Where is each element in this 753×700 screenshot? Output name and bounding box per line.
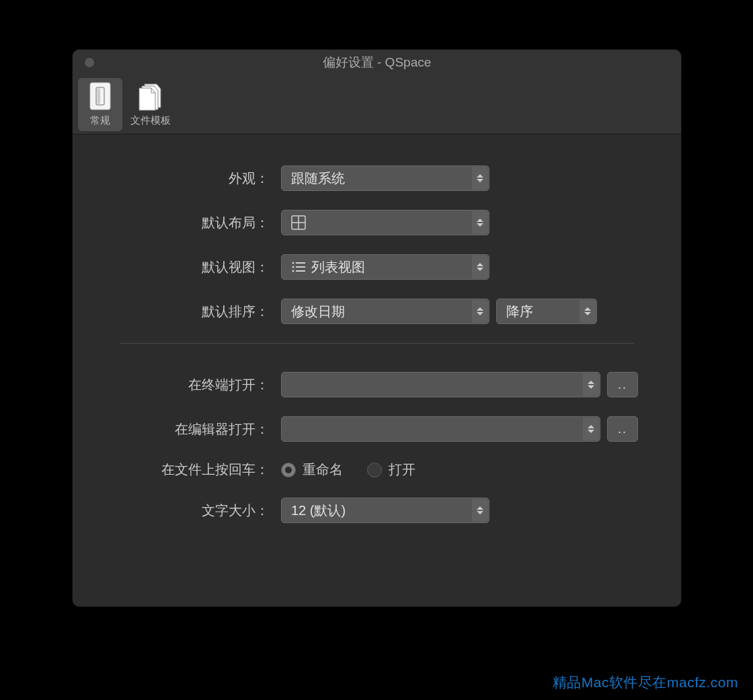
select-default-sort[interactable]: 修改日期 (281, 299, 489, 324)
row-default-sort: 默认排序： 修改日期 降序 (100, 299, 654, 324)
row-open-in-terminal: 在终端打开： .. (100, 372, 654, 397)
select-default-sort-value: 修改日期 (291, 303, 345, 321)
general-icon (85, 81, 116, 112)
select-default-layout[interactable] (281, 210, 489, 235)
window-titlebar: 偏好设置 - QSpace (73, 50, 681, 75)
select-appearance-value: 跟随系统 (291, 169, 345, 188)
row-text-size: 文字大小： 12 (默认) (100, 498, 654, 523)
radio-open-label: 打开 (389, 461, 415, 479)
preferences-content: 外观： 跟随系统 默认布局： (73, 134, 681, 607)
svg-point-10 (292, 270, 294, 272)
chevron-updown-icon (472, 256, 488, 278)
radio-rename[interactable]: 重命名 (281, 461, 343, 479)
svg-rect-2 (97, 89, 101, 104)
row-default-layout: 默认布局： (100, 210, 654, 235)
select-sort-order[interactable]: 降序 (496, 299, 597, 324)
chevron-updown-icon (580, 300, 596, 323)
svg-point-8 (292, 266, 294, 268)
select-open-in-editor[interactable] (281, 416, 600, 442)
section-divider (120, 343, 634, 344)
label-default-sort: 默认排序： (100, 303, 281, 321)
row-open-in-editor: 在编辑器打开： .. (100, 416, 654, 442)
browse-editor-button[interactable]: .. (607, 416, 638, 442)
radio-button-icon (367, 463, 382, 477)
file-templates-icon (135, 81, 166, 112)
watermark-text: 精品Mac软件尽在macfz.com (553, 673, 738, 692)
chevron-updown-icon (472, 300, 488, 323)
radio-group-enter-action: 重命名 打开 (281, 461, 415, 479)
select-appearance[interactable]: 跟随系统 (281, 165, 489, 191)
radio-rename-label: 重命名 (303, 461, 343, 479)
chevron-updown-icon (583, 418, 599, 440)
label-default-view: 默认视图： (100, 258, 281, 276)
tab-file-templates[interactable]: 文件模板 (125, 78, 176, 131)
label-appearance: 外观： (100, 169, 281, 188)
tab-general[interactable]: 常规 (78, 78, 122, 131)
select-open-in-terminal[interactable] (281, 372, 600, 397)
row-enter-on-file: 在文件上按回车： 重命名 打开 (100, 461, 654, 479)
dots-icon: .. (618, 378, 627, 392)
label-open-in-terminal: 在终端打开： (100, 376, 281, 394)
chevron-updown-icon (583, 373, 599, 396)
browse-terminal-button[interactable]: .. (607, 372, 638, 397)
row-appearance: 外观： 跟随系统 (100, 165, 654, 191)
select-default-view[interactable]: 列表视图 (281, 254, 489, 280)
select-text-size-value: 12 (默认) (291, 502, 346, 520)
preferences-window: 偏好设置 - QSpace 常规 文件模板 (73, 50, 681, 607)
grid-layout-icon (291, 215, 306, 230)
close-window-button[interactable] (85, 58, 94, 67)
label-default-layout: 默认布局： (100, 214, 281, 232)
label-open-in-editor: 在编辑器打开： (100, 420, 281, 438)
chevron-updown-icon (472, 167, 488, 190)
window-title: 偏好设置 - QSpace (323, 54, 432, 71)
chevron-updown-icon (472, 211, 488, 234)
list-view-icon (291, 261, 306, 273)
select-default-view-value: 列表视图 (311, 258, 365, 276)
radio-button-icon (281, 463, 296, 477)
preferences-toolbar: 常规 文件模板 (73, 75, 681, 134)
tab-file-templates-label: 文件模板 (130, 114, 171, 127)
select-sort-order-value: 降序 (506, 303, 533, 321)
chevron-updown-icon (472, 499, 488, 522)
tab-general-label: 常规 (90, 114, 110, 127)
select-text-size[interactable]: 12 (默认) (281, 498, 489, 523)
label-enter-on-file: 在文件上按回车： (100, 461, 281, 479)
label-text-size: 文字大小： (100, 502, 281, 520)
svg-point-6 (292, 262, 294, 264)
radio-open[interactable]: 打开 (367, 461, 415, 479)
dots-icon: .. (618, 422, 627, 436)
row-default-view: 默认视图： 列表视图 (100, 254, 654, 280)
